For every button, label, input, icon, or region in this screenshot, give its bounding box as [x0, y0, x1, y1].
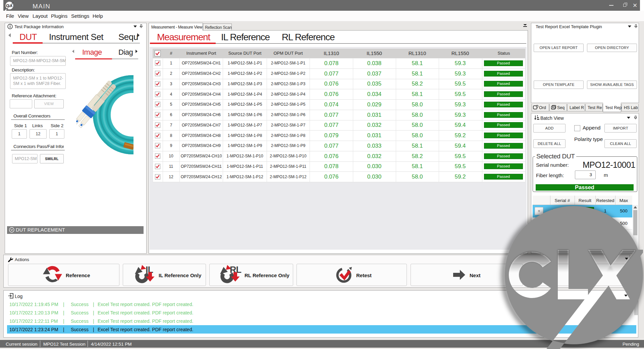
svg-text:CLX: CLX — [6, 4, 12, 8]
svg-text:i: i — [537, 105, 537, 107]
